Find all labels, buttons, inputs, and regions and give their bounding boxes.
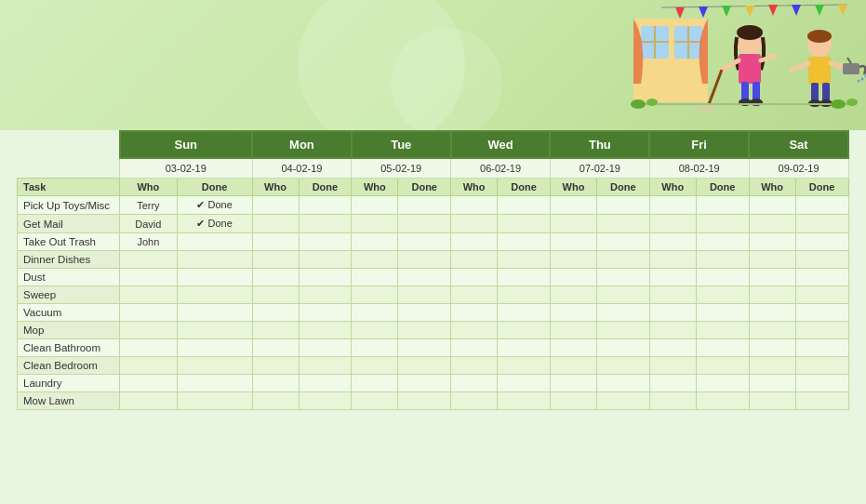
day-header-sun: Sun — [120, 131, 253, 158]
subheader-wed-who: Who — [451, 179, 498, 196]
day-headers-row: Sun Mon Tue Wed Thu Fri Sat — [18, 131, 849, 158]
svg-marker-11 — [745, 6, 754, 17]
svg-marker-13 — [792, 5, 801, 16]
table-row: Mow Lawn — [18, 392, 849, 410]
subheader-thu-done: Done — [596, 179, 649, 196]
svg-line-31 — [831, 63, 843, 67]
svg-point-43 — [646, 99, 658, 106]
subheader-wed-done: Done — [498, 179, 551, 196]
svg-line-37 — [847, 58, 851, 63]
subheader-fri-done: Done — [696, 179, 749, 196]
table-row: Dust — [18, 269, 849, 286]
subheader-sat-who: Who — [749, 179, 795, 196]
chore-schedule-table: Sun Mon Tue Wed Thu Fri Sat 03-02-19 04-… — [17, 130, 849, 410]
subheader-fri-who: Who — [649, 179, 696, 196]
subheader-thu-who: Who — [550, 179, 596, 196]
table-row: Take Out TrashJohn — [18, 233, 849, 251]
subheader-tue-done: Done — [398, 179, 451, 196]
subheader-tue-who: Who — [352, 179, 398, 196]
day-header-tue: Tue — [352, 131, 451, 158]
day-header-sat: Sat — [749, 131, 848, 158]
svg-marker-9 — [699, 7, 708, 18]
table-row: Dinner Dishes — [18, 251, 849, 269]
svg-rect-36 — [843, 63, 859, 74]
header-area — [0, 0, 866, 130]
date-sun: 03-02-19 — [120, 158, 253, 179]
svg-point-40 — [858, 80, 860, 83]
table-row: Get MailDavid✔ Done — [18, 215, 849, 233]
date-thu: 07-02-19 — [550, 158, 649, 179]
task-label: Task — [18, 179, 120, 196]
day-header-mon: Mon — [252, 131, 352, 158]
svg-line-30 — [792, 63, 808, 70]
subheader-sat-done: Done — [795, 179, 848, 196]
date-wed: 06-02-19 — [451, 158, 551, 179]
table-row: Laundry — [18, 375, 849, 392]
table-row: Clean Bedroom — [18, 357, 849, 375]
subheader-sun-who: Who — [120, 179, 178, 196]
svg-marker-10 — [722, 6, 731, 17]
table-row: Mop — [18, 322, 849, 339]
page: Sun Mon Tue Wed Thu Fri Sat 03-02-19 04-… — [0, 0, 866, 504]
svg-point-26 — [697, 104, 715, 113]
day-header-wed: Wed — [451, 131, 551, 158]
svg-rect-18 — [739, 54, 761, 84]
day-header-thu: Thu — [550, 131, 649, 158]
subheader-mon-done: Done — [299, 179, 352, 196]
table-row: Sweep — [18, 286, 849, 304]
date-tue: 05-02-19 — [352, 158, 451, 179]
svg-point-45 — [846, 99, 858, 106]
svg-point-39 — [861, 78, 864, 81]
date-mon: 04-02-19 — [252, 158, 352, 179]
illustration — [606, 0, 866, 130]
schedule-table-container: Sun Mon Tue Wed Thu Fri Sat 03-02-19 04-… — [0, 130, 866, 419]
svg-point-44 — [831, 99, 846, 109]
subheader-row: Task Who Done Who Done Who Done Who Done… — [18, 179, 849, 196]
svg-marker-15 — [838, 5, 847, 16]
svg-marker-14 — [815, 5, 824, 16]
table-row: Clean Bathroom — [18, 339, 849, 357]
svg-rect-29 — [808, 57, 831, 85]
svg-line-25 — [708, 70, 722, 107]
date-sat: 09-02-19 — [749, 158, 848, 179]
svg-point-42 — [631, 99, 646, 109]
table-row: Vacuum — [18, 304, 849, 322]
svg-marker-12 — [768, 5, 778, 16]
subheader-mon-who: Who — [252, 179, 299, 196]
dates-row: 03-02-19 04-02-19 05-02-19 06-02-19 07-0… — [18, 158, 849, 179]
subheader-sun-done: Done — [177, 179, 252, 196]
table-row: Pick Up Toys/MiscTerry✔ Done — [18, 196, 849, 215]
date-fri: 08-02-19 — [649, 158, 749, 179]
svg-point-17 — [737, 25, 763, 40]
day-header-fri: Fri — [649, 131, 749, 158]
svg-marker-8 — [675, 7, 685, 19]
svg-point-28 — [807, 30, 832, 43]
